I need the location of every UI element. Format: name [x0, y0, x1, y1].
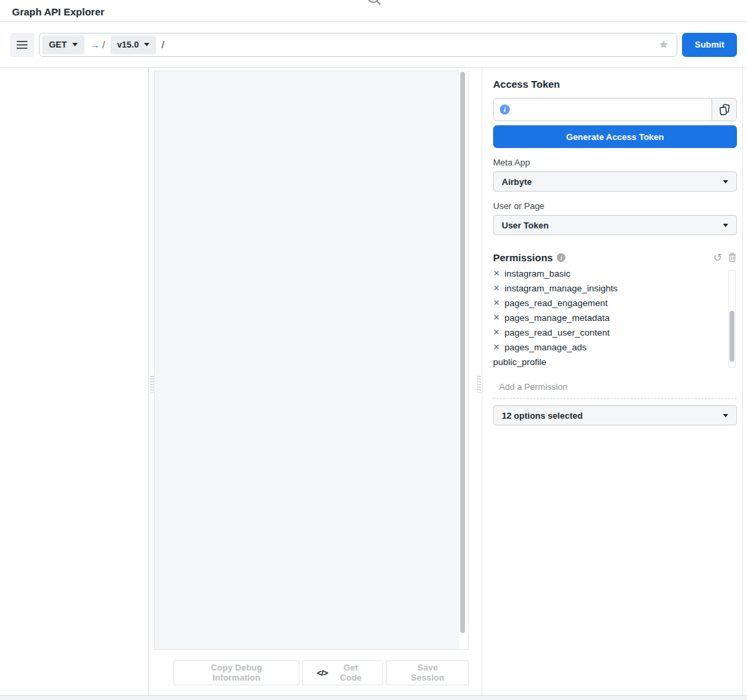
- permission-row: ✕ instagram_manage_insights: [493, 281, 737, 295]
- request-bar: GET → / v15.0 / ★: [39, 33, 677, 57]
- remove-permission-icon[interactable]: ✕: [493, 269, 500, 277]
- session-button-bar: Copy Debug Information </> Get Code Save…: [154, 649, 469, 695]
- hamburger-icon: [17, 41, 27, 49]
- trash-icon[interactable]: [728, 253, 737, 263]
- access-token-input[interactable]: [515, 104, 711, 115]
- permissions-options-select[interactable]: 12 options selected: [493, 405, 737, 425]
- permission-row: public_profile: [493, 354, 737, 369]
- copy-token-button[interactable]: [711, 98, 737, 121]
- save-session-label: Save Session: [401, 662, 454, 683]
- remove-permission-icon[interactable]: ✕: [493, 328, 500, 336]
- permissions-list: ✕ instagram_basic ✕ instagram_manage_ins…: [493, 269, 737, 370]
- permissions-scrollbar: [728, 270, 736, 368]
- info-icon[interactable]: i: [557, 253, 565, 262]
- permission-row: ✕ pages_read_user_content: [493, 325, 737, 340]
- copy-icon: [719, 104, 730, 116]
- permission-row: ✕ instagram_basic: [493, 269, 737, 281]
- user-or-page-label: User or Page: [493, 201, 737, 211]
- footer-strip: [0, 695, 747, 700]
- chevron-down-icon: [723, 414, 728, 417]
- page-scroll-edge: [742, 68, 743, 695]
- access-token-heading: Access Token: [493, 78, 737, 90]
- generate-access-token-button[interactable]: Generate Access Token: [493, 125, 737, 148]
- access-token-sidebar: Access Token i Generate Access Token Met…: [482, 68, 747, 695]
- undo-icon[interactable]: ↺: [714, 253, 722, 263]
- user-or-page-select[interactable]: User Token: [493, 215, 737, 235]
- meta-app-value: Airbyte: [502, 177, 532, 187]
- path-prefix-slash: /: [161, 40, 164, 50]
- arrow-right-icon: →: [90, 39, 100, 50]
- copy-debug-label: Copy Debug Information: [188, 662, 285, 683]
- path-slash: /: [103, 40, 105, 50]
- method-label: GET: [49, 40, 67, 50]
- add-permission-input[interactable]: [493, 379, 737, 399]
- main-area: Copy Debug Information </> Get Code Save…: [0, 68, 747, 700]
- remove-permission-icon[interactable]: ✕: [493, 299, 500, 307]
- response-scrollbar: [459, 70, 469, 649]
- permission-name: pages_read_engagement: [504, 298, 608, 308]
- search-icon[interactable]: [366, 0, 383, 9]
- permission-name: instagram_basic: [504, 269, 570, 279]
- save-session-button[interactable]: Save Session: [386, 660, 469, 685]
- remove-permission-icon[interactable]: ✕: [493, 313, 500, 322]
- permissions-scrollbar-thumb[interactable]: [730, 311, 734, 362]
- permissions-heading: Permissions: [493, 252, 553, 263]
- permission-name: public_profile: [493, 357, 547, 367]
- chevron-down-icon: [72, 43, 78, 46]
- permission-name: pages_manage_metadata: [504, 313, 610, 323]
- chevron-down-icon: [723, 180, 728, 184]
- response-panel: [154, 70, 459, 649]
- token-field[interactable]: i: [493, 98, 711, 121]
- token-field-group: i: [493, 98, 737, 121]
- options-selected-value: 12 options selected: [502, 411, 583, 421]
- permissions-header: Permissions i ↺: [493, 252, 737, 263]
- get-code-label: Get Code: [333, 662, 369, 683]
- permission-row: ✕ pages_read_engagement: [493, 295, 737, 310]
- right-resize-handle[interactable]: [477, 375, 481, 393]
- version-label: v15.0: [117, 40, 139, 50]
- response-scrollbar-thumb[interactable]: [460, 72, 465, 633]
- permission-name: pages_manage_ads: [504, 342, 586, 352]
- chevron-down-icon: [144, 43, 149, 46]
- user-or-page-value: User Token: [502, 220, 549, 230]
- permission-row: ✕ pages_manage_ads: [493, 340, 737, 354]
- remove-permission-icon[interactable]: ✕: [493, 343, 500, 351]
- code-icon: </>: [317, 668, 328, 678]
- info-icon[interactable]: i: [500, 104, 510, 115]
- fields-panel: [0, 68, 149, 695]
- meta-app-label: Meta App: [493, 157, 737, 167]
- permission-row: ✕ pages_manage_metadata: [493, 310, 737, 325]
- remove-permission-icon[interactable]: ✕: [493, 284, 500, 292]
- favorite-star-icon[interactable]: ★: [659, 39, 669, 50]
- submit-button[interactable]: Submit: [682, 33, 737, 57]
- permission-name: pages_read_user_content: [504, 328, 610, 338]
- meta-app-select[interactable]: Airbyte: [493, 171, 737, 192]
- copy-debug-button[interactable]: Copy Debug Information: [174, 660, 299, 685]
- permission-name: instagram_manage_insights: [504, 283, 618, 293]
- version-dropdown[interactable]: v15.0: [111, 36, 157, 54]
- title-bar: Graph API Explorer: [0, 0, 747, 22]
- method-dropdown[interactable]: GET: [42, 36, 84, 54]
- request-toolbar: GET → / v15.0 / ★ Submit: [0, 22, 747, 68]
- menu-button[interactable]: [10, 33, 34, 57]
- chevron-down-icon: [723, 224, 728, 227]
- get-code-button[interactable]: </> Get Code: [302, 660, 383, 685]
- path-input[interactable]: [169, 33, 653, 56]
